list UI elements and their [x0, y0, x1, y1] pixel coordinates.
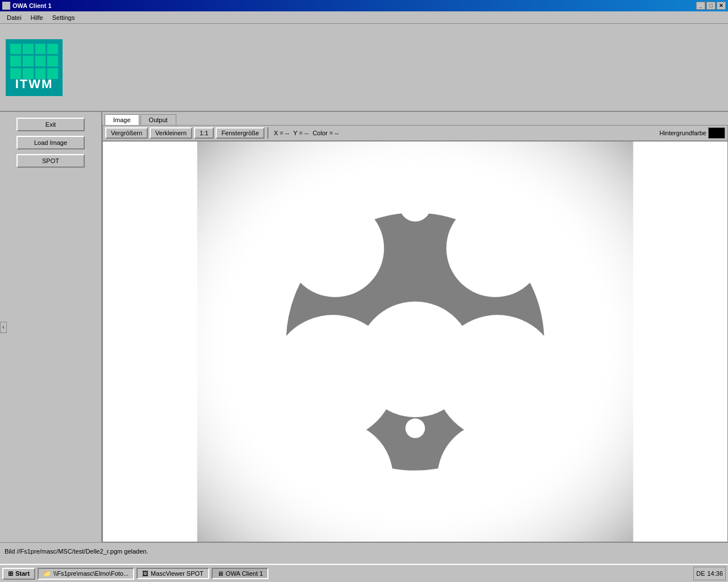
- tab-bar: Image Output: [102, 112, 728, 125]
- logo-cell: [23, 44, 34, 55]
- title-bar: OWA Client 1 _ □ ✕: [0, 0, 728, 11]
- logo-cell: [47, 56, 58, 66]
- taskbar-item-owa[interactable]: 🖥 OWA Client 1: [212, 568, 269, 579]
- color-info: Color = --: [313, 130, 339, 136]
- tab-output[interactable]: Output: [140, 114, 176, 125]
- title-bar-buttons: _ □ ✕: [696, 2, 726, 10]
- start-icon: ⊞: [8, 570, 13, 577]
- load-image-button[interactable]: Load Image: [16, 136, 85, 149]
- logo-cell: [47, 44, 58, 55]
- menu-settings[interactable]: Settings: [48, 13, 80, 22]
- folder-icon: 📁: [43, 570, 51, 577]
- sidebar: ‹ Exit Load Image SPOT: [0, 112, 102, 542]
- status-bar: Bild //Fs1pre/masc/MSC/test/Delle2_r.pgm…: [0, 542, 728, 559]
- taskbar-item-mascviewer[interactable]: 🖼 MascViewer SPOT: [136, 568, 209, 579]
- status-text: Bild //Fs1pre/masc/MSC/test/Delle2_r.pgm…: [5, 548, 148, 555]
- y-info: Y = --: [293, 130, 309, 136]
- spot-button[interactable]: SPOT: [16, 154, 85, 168]
- actual-size-button[interactable]: 1:1: [194, 127, 214, 139]
- menu-hilfe[interactable]: Hilfe: [26, 13, 48, 22]
- taskbar: ⊞ Start 📁 \\Fs1pre\masc\Elmo\Foto... 🖼 M…: [0, 564, 728, 582]
- owa-icon: 🖥: [217, 570, 224, 577]
- zoom-in-button[interactable]: Vergrößern: [105, 127, 148, 139]
- start-label: Start: [15, 570, 30, 577]
- tab-image[interactable]: Image: [105, 114, 139, 125]
- itwm-logo: ITWM: [6, 39, 63, 96]
- tray-lang: DE: [696, 570, 705, 577]
- sidebar-collapse-arrow[interactable]: ‹: [0, 322, 7, 333]
- fit-window-button[interactable]: Fenstergröße: [216, 127, 264, 139]
- taskbar-item-folder[interactable]: 📁 \\Fs1pre\masc\Elmo\Foto...: [38, 568, 134, 580]
- mascviewer-icon: 🖼: [142, 570, 148, 577]
- tray-time: 14:36: [707, 570, 723, 577]
- right-panel: Image Output Vergrößern Verkleinern 1:1 …: [102, 112, 728, 542]
- hintergrund-color-swatch[interactable]: [708, 127, 725, 139]
- main-content: ‹ Exit Load Image SPOT Image Output Verg…: [0, 112, 728, 542]
- logo-cell: [35, 44, 46, 55]
- zoom-out-button[interactable]: Verkleinern: [150, 127, 192, 139]
- x-info: X = --: [274, 130, 289, 136]
- menu-datei[interactable]: Datei: [2, 13, 26, 22]
- toolbar: Vergrößern Verkleinern 1:1 Fenstergröße …: [102, 125, 728, 141]
- image-area: [102, 141, 728, 542]
- logo-cell: [23, 56, 34, 66]
- start-button[interactable]: ⊞ Start: [2, 568, 35, 580]
- gasket-image: [103, 142, 727, 542]
- logo-text: ITWM: [10, 77, 58, 92]
- close-button[interactable]: ✕: [717, 2, 726, 10]
- window-title: OWA Client 1: [13, 2, 52, 9]
- logo-area: ITWM: [0, 24, 728, 112]
- exit-button[interactable]: Exit: [16, 118, 85, 131]
- minimize-button[interactable]: _: [696, 2, 705, 10]
- maximize-button[interactable]: □: [706, 2, 715, 10]
- logo-cell: [10, 56, 21, 66]
- svg-rect-25: [197, 142, 634, 542]
- menu-bar: Datei Hilfe Settings: [0, 11, 728, 24]
- title-bar-icon: [2, 2, 10, 10]
- taskbar-tray: DE 14:36: [693, 567, 726, 580]
- toolbar-separator: [267, 127, 268, 139]
- hintergrund-label: Hintergrundfarbe: [659, 130, 706, 136]
- logo-cell: [10, 44, 21, 55]
- logo-cell: [35, 56, 46, 66]
